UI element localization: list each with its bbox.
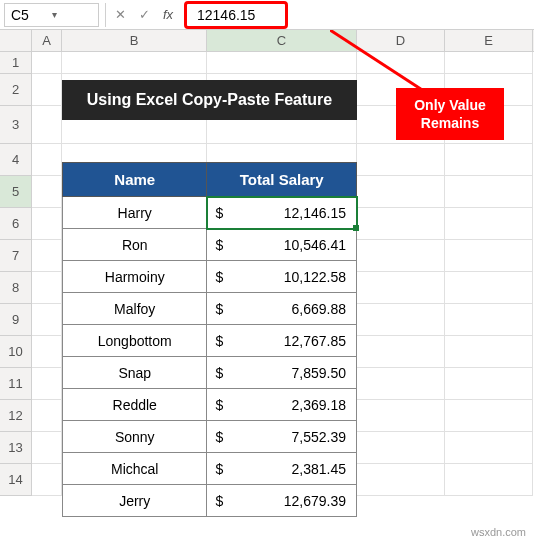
cell[interactable] — [357, 304, 445, 336]
cell[interactable] — [32, 144, 62, 176]
cell-salary[interactable]: $10,122.58 — [207, 261, 357, 293]
cell[interactable] — [207, 52, 357, 74]
cell[interactable] — [32, 272, 62, 304]
cell-name[interactable]: Malfoy — [63, 293, 207, 325]
cell[interactable] — [357, 400, 445, 432]
select-all-corner[interactable] — [0, 30, 32, 51]
salary-value: 7,552.39 — [292, 429, 347, 445]
col-header-c[interactable]: C — [207, 30, 357, 51]
row-header[interactable]: 13 — [0, 432, 32, 464]
cell[interactable] — [32, 464, 62, 496]
name-box[interactable]: C5 ▾ — [4, 3, 99, 27]
cell[interactable] — [32, 52, 62, 74]
currency-symbol: $ — [215, 269, 223, 285]
cell[interactable] — [357, 368, 445, 400]
col-header-e[interactable]: E — [445, 30, 533, 51]
cell[interactable] — [32, 208, 62, 240]
cell-salary[interactable]: $12,679.39 — [207, 485, 357, 517]
salary-value: 2,381.45 — [292, 461, 347, 477]
cell[interactable] — [445, 368, 533, 400]
cell[interactable] — [32, 176, 62, 208]
cell[interactable] — [357, 272, 445, 304]
cell-name[interactable]: Harmoiny — [63, 261, 207, 293]
col-header-b[interactable]: B — [62, 30, 207, 51]
header-name[interactable]: Name — [63, 163, 207, 197]
row-header[interactable]: 7 — [0, 240, 32, 272]
currency-symbol: $ — [215, 333, 223, 349]
cell[interactable] — [445, 432, 533, 464]
col-header-a[interactable]: A — [32, 30, 62, 51]
salary-value: 12,679.39 — [284, 493, 346, 509]
cell-name[interactable]: Jerry — [63, 485, 207, 517]
row-header[interactable]: 2 — [0, 74, 32, 106]
cell[interactable] — [62, 52, 207, 74]
cell-name[interactable]: Harry — [63, 197, 207, 229]
cell[interactable] — [445, 336, 533, 368]
cell[interactable] — [357, 52, 445, 74]
cell-salary[interactable]: $7,552.39 — [207, 421, 357, 453]
col-header-d[interactable]: D — [357, 30, 445, 51]
cell[interactable] — [357, 336, 445, 368]
cell[interactable] — [357, 464, 445, 496]
row-header[interactable]: 3 — [0, 106, 32, 144]
cell-name[interactable]: Sonny — [63, 421, 207, 453]
cell[interactable] — [357, 432, 445, 464]
cell-salary[interactable]: $7,859.50 — [207, 357, 357, 389]
accept-icon[interactable]: ✓ — [132, 3, 156, 27]
cell[interactable] — [32, 304, 62, 336]
cell[interactable] — [445, 176, 533, 208]
cell[interactable] — [357, 208, 445, 240]
cell[interactable] — [357, 176, 445, 208]
cell[interactable] — [32, 368, 62, 400]
cell-salary[interactable]: $12,767.85 — [207, 325, 357, 357]
cell[interactable] — [32, 74, 62, 106]
cell[interactable] — [445, 304, 533, 336]
cell-salary[interactable]: $2,369.18 — [207, 389, 357, 421]
fx-icon[interactable]: fx — [156, 3, 180, 27]
currency-symbol: $ — [215, 461, 223, 477]
cell-salary[interactable]: $2,381.45 — [207, 453, 357, 485]
cell-name[interactable]: Reddle — [63, 389, 207, 421]
cell-name[interactable]: Ron — [63, 229, 207, 261]
cell[interactable] — [32, 240, 62, 272]
cell-salary[interactable]: $12,146.15 — [207, 197, 357, 229]
cell[interactable] — [445, 400, 533, 432]
cell[interactable] — [32, 400, 62, 432]
salary-value: 10,546.41 — [284, 237, 346, 253]
cell[interactable] — [357, 144, 445, 176]
table-row: Longbottom$12,767.85 — [63, 325, 357, 357]
cell[interactable] — [445, 52, 533, 74]
chevron-down-icon[interactable]: ▾ — [52, 9, 93, 20]
cell[interactable] — [445, 464, 533, 496]
cancel-icon[interactable]: ✕ — [108, 3, 132, 27]
row-header[interactable]: 1 — [0, 52, 32, 74]
cell[interactable] — [357, 240, 445, 272]
cell-name[interactable]: Snap — [63, 357, 207, 389]
cell[interactable] — [445, 240, 533, 272]
cell[interactable] — [445, 208, 533, 240]
cell[interactable] — [32, 432, 62, 464]
cell[interactable] — [445, 272, 533, 304]
cell[interactable] — [32, 106, 62, 144]
data-table: Name Total Salary Harry$12,146.15Ron$10,… — [62, 162, 357, 517]
cell[interactable] — [445, 144, 533, 176]
cell-salary[interactable]: $6,669.88 — [207, 293, 357, 325]
row-header[interactable]: 6 — [0, 208, 32, 240]
formula-value-highlight: 12146.15 — [184, 1, 288, 29]
salary-value: 12,146.15 — [284, 205, 346, 221]
header-salary[interactable]: Total Salary — [207, 163, 357, 197]
row-header[interactable]: 5 — [0, 176, 32, 208]
row-header[interactable]: 9 — [0, 304, 32, 336]
row-header[interactable]: 8 — [0, 272, 32, 304]
cell[interactable] — [32, 336, 62, 368]
cell-salary[interactable]: $10,546.41 — [207, 229, 357, 261]
row-header[interactable]: 12 — [0, 400, 32, 432]
row-header[interactable]: 4 — [0, 144, 32, 176]
row-header[interactable]: 10 — [0, 336, 32, 368]
cell-name[interactable]: Longbottom — [63, 325, 207, 357]
currency-symbol: $ — [215, 493, 223, 509]
row-header[interactable]: 11 — [0, 368, 32, 400]
row-header[interactable]: 14 — [0, 464, 32, 496]
cell-name[interactable]: Michcal — [63, 453, 207, 485]
formula-value[interactable]: 12146.15 — [197, 7, 255, 23]
